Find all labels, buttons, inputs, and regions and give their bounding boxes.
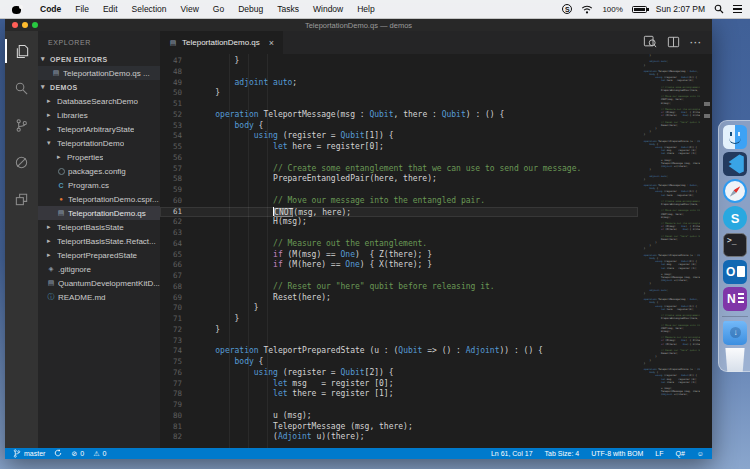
- window-title-bar[interactable]: TeleportationDemo.qs — demos: [5, 19, 712, 31]
- tree-item-databasesearchdemo[interactable]: ▸DatabaseSearchDemo: [38, 94, 160, 108]
- tree-item-quantumdevelopmentkitd[interactable]: ▤QuantumDevelopmentKitD...: [38, 276, 160, 290]
- code-line-80[interactable]: 80 u (msg);: [160, 411, 638, 422]
- status-language-indicator[interactable]: Q#: [676, 450, 685, 457]
- menu-file[interactable]: File: [68, 4, 96, 14]
- tree-item-program-cs[interactable]: CProgram.cs: [38, 178, 160, 192]
- code-line-65[interactable]: 65 if (M(msg) == One) { Z(there); }: [160, 250, 638, 261]
- code-line-63[interactable]: 63: [160, 228, 638, 239]
- menu-window[interactable]: Window: [306, 4, 350, 14]
- extensions-icon[interactable]: [5, 187, 38, 211]
- code-line-72[interactable]: 72 }: [160, 325, 638, 336]
- status-branch[interactable]: master: [13, 449, 45, 459]
- minimap[interactable]: } adjoint auto; } operation TeleportMess…: [638, 54, 700, 448]
- dock-item-vscode[interactable]: [723, 151, 750, 178]
- spotlight-search-icon[interactable]: [714, 4, 724, 14]
- code-line-66[interactable]: 66 if (M(here) == One) { X(there); }: [160, 260, 638, 271]
- menu-edit[interactable]: Edit: [96, 4, 125, 14]
- status-sync[interactable]: [54, 449, 62, 458]
- menu-help[interactable]: Help: [350, 4, 381, 14]
- code-line-64[interactable]: 64 // Measure out the entanglement.: [160, 239, 638, 250]
- status-tab-size[interactable]: Tab Size: 4: [545, 450, 580, 457]
- close-tab-icon[interactable]: ×: [269, 38, 274, 48]
- tree-item-teleportationdemo[interactable]: ▾TeleportationDemo: [38, 136, 160, 150]
- dock-item-safari[interactable]: [723, 178, 750, 205]
- menu-debug[interactable]: Debug: [231, 4, 270, 14]
- open-editor-item[interactable]: ▤TeleportationDemo.qs ...: [38, 66, 160, 80]
- dock-item-skype[interactable]: S: [723, 205, 750, 232]
- tree-item-teleportbasisstate-refact[interactable]: ▸TeleportBasisState.Refact...: [38, 234, 160, 248]
- code-line-55[interactable]: 55 let here = register[0];: [160, 142, 638, 153]
- tree-item-properties[interactable]: ▸Properties: [38, 150, 160, 164]
- code-line-75[interactable]: 75 body {: [160, 357, 638, 368]
- open-editors-header[interactable]: ▾ OPEN EDITORS: [38, 52, 160, 66]
- code-line-60[interactable]: 60 // Move our message into the entangle…: [160, 196, 638, 207]
- code-line-54[interactable]: 54 using (register = Qubit[1]) {: [160, 131, 638, 142]
- tree-item-gitignore[interactable]: ◈.gitignore: [38, 262, 160, 276]
- dock-item-onenote[interactable]: N: [723, 286, 750, 313]
- dock-item-outlook[interactable]: O: [723, 259, 750, 286]
- tree-item-libraries[interactable]: ▸Libraries: [38, 108, 160, 122]
- open-preview-icon[interactable]: [643, 34, 657, 52]
- feedback-smiley-icon[interactable]: ☺: [697, 450, 704, 457]
- explorer-icon[interactable]: [5, 39, 38, 63]
- code-line-69[interactable]: 69 Reset(here);: [160, 293, 638, 304]
- code-line-51[interactable]: 51: [160, 99, 638, 110]
- dock-item-finder[interactable]: [723, 124, 750, 151]
- tree-item-teleportbasisstate[interactable]: ▸TeleportBasisState: [38, 220, 160, 234]
- code-line-74[interactable]: 74 operation TeleportPreparedState (u : …: [160, 346, 638, 357]
- folder-section-header[interactable]: ▾ DEMOS: [38, 80, 160, 94]
- more-actions-icon[interactable]: ···: [690, 38, 702, 48]
- tree-item-packages-config[interactable]: packages.config: [38, 164, 160, 178]
- code-line-62[interactable]: 62 H(msg);: [160, 217, 638, 228]
- editor-scrollbar[interactable]: [700, 54, 712, 448]
- tree-item-teleportpreparedstate[interactable]: ▸TeleportPreparedState: [38, 248, 160, 262]
- menu-selection[interactable]: Selection: [125, 4, 174, 14]
- code-line-59[interactable]: 59: [160, 185, 638, 196]
- code-line-49[interactable]: 49 adjoint auto;: [160, 78, 638, 89]
- wifi-icon[interactable]: [581, 5, 593, 14]
- source-control-icon[interactable]: [5, 113, 38, 137]
- code-line-61[interactable]: 61 CNOT(msg, here);: [160, 207, 638, 218]
- status-error[interactable]: ⊘0: [71, 450, 84, 457]
- status-eol[interactable]: LF: [655, 450, 663, 457]
- tab-teleportationdemo-qs[interactable]: ▤ TeleportationDemo.qs ×: [160, 31, 283, 54]
- status-cursor-position[interactable]: Ln 61, Col 17: [491, 450, 533, 457]
- code-line-77[interactable]: 77 let msg = register [0];: [160, 379, 638, 390]
- minimize-window-button[interactable]: [22, 22, 28, 28]
- menu-tasks[interactable]: Tasks: [270, 4, 306, 14]
- code-line-79[interactable]: 79: [160, 400, 638, 411]
- code-line-82[interactable]: 82 (Adjoint u)(there);: [160, 432, 638, 443]
- code-line-58[interactable]: 58 PrepareEntangledPair(here, there);: [160, 174, 638, 185]
- menu-code[interactable]: Code: [33, 4, 68, 14]
- debug-icon[interactable]: [5, 150, 38, 174]
- notification-center-icon[interactable]: [733, 5, 742, 13]
- code-line-73[interactable]: 73: [160, 336, 638, 347]
- split-editor-icon[interactable]: [667, 34, 680, 52]
- code-line-71[interactable]: 71 }: [160, 314, 638, 325]
- code-line-67[interactable]: 67: [160, 271, 638, 282]
- menu-go[interactable]: Go: [206, 4, 231, 14]
- code-line-50[interactable]: 50 }: [160, 88, 638, 99]
- code-line-56[interactable]: 56: [160, 153, 638, 164]
- code-editor[interactable]: 47 }4849 adjoint auto;50 }5152 operation…: [160, 54, 712, 448]
- zoom-window-button[interactable]: [32, 22, 38, 28]
- dock-item-downloads[interactable]: [723, 320, 750, 347]
- tree-item-teleportationdemo-qs[interactable]: ▤TeleportationDemo.qs: [38, 206, 160, 220]
- tree-item-readme-md[interactable]: ⓘREADME.md: [38, 290, 160, 304]
- code-line-57[interactable]: 57 // Create some entanglement that we c…: [160, 164, 638, 175]
- skype-menu-icon[interactable]: S: [562, 4, 572, 14]
- code-line-47[interactable]: 47 }: [160, 56, 638, 67]
- menu-clock[interactable]: Sun 2:07 PM: [656, 4, 705, 14]
- code-line-81[interactable]: 81 TeleportMessage (msg, there);: [160, 422, 638, 433]
- code-line-78[interactable]: 78 let there = register [1];: [160, 389, 638, 400]
- status-warning[interactable]: ⚠0: [93, 450, 106, 457]
- code-line-76[interactable]: 76 using (register = Qubit[2]) {: [160, 368, 638, 379]
- tree-item-teleportationdemo-cspr[interactable]: ●TeleportationDemo.cspr...: [38, 192, 160, 206]
- dock-item-terminal[interactable]: >_: [723, 232, 750, 259]
- menu-view[interactable]: View: [174, 4, 206, 14]
- code-line-48[interactable]: 48: [160, 67, 638, 78]
- apple-menu-icon[interactable]: [12, 4, 21, 14]
- search-icon[interactable]: [5, 76, 38, 100]
- status-encoding[interactable]: UTF-8 with BOM: [591, 450, 643, 457]
- close-window-button[interactable]: [12, 22, 18, 28]
